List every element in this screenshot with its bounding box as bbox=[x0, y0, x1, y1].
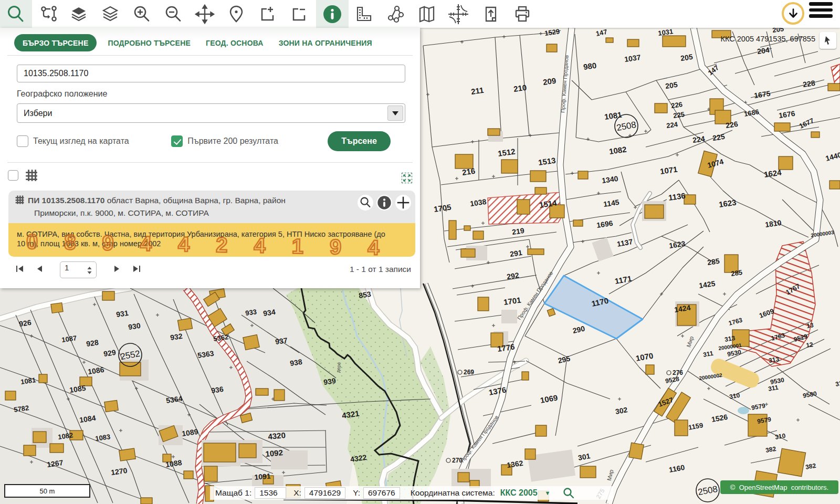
svg-text:931: 931 bbox=[116, 309, 129, 319]
svg-text:224: 224 bbox=[692, 134, 706, 144]
svg-text:269: 269 bbox=[464, 369, 474, 376]
svg-text:928: 928 bbox=[86, 338, 99, 348]
svg-text:939: 939 bbox=[323, 376, 337, 386]
svg-text:204: 204 bbox=[757, 46, 770, 56]
svg-text:926: 926 bbox=[18, 318, 32, 328]
svg-text:980: 980 bbox=[583, 61, 597, 71]
svg-text:932: 932 bbox=[170, 332, 183, 342]
svg-text:4320: 4320 bbox=[268, 430, 286, 441]
svg-text:1092: 1092 bbox=[265, 448, 284, 458]
svg-text:936: 936 bbox=[211, 385, 224, 395]
svg-text:291: 291 bbox=[509, 248, 523, 258]
svg-text:929: 929 bbox=[103, 348, 117, 358]
svg-text:276: 276 bbox=[673, 369, 683, 376]
svg-text:1091: 1091 bbox=[254, 471, 271, 481]
svg-text:226: 226 bbox=[725, 120, 739, 130]
svg-text:938: 938 bbox=[289, 358, 303, 368]
svg-text:дере: дере bbox=[335, 362, 342, 373]
svg-text:314: 314 bbox=[835, 379, 840, 388]
svg-text:225: 225 bbox=[712, 132, 726, 142]
svg-text:224: 224 bbox=[666, 120, 678, 130]
svg-text:285: 285 bbox=[707, 257, 720, 267]
svg-text:933: 933 bbox=[245, 308, 257, 317]
svg-text:226: 226 bbox=[670, 100, 683, 110]
svg-text:225: 225 bbox=[673, 110, 685, 120]
svg-text:205: 205 bbox=[680, 52, 694, 62]
svg-text:937: 937 bbox=[275, 336, 288, 346]
svg-text:853: 853 bbox=[358, 290, 372, 300]
svg-text:285: 285 bbox=[730, 268, 743, 278]
svg-text:205: 205 bbox=[665, 80, 678, 90]
svg-text:930: 930 bbox=[128, 321, 141, 331]
svg-text:934: 934 bbox=[262, 308, 276, 318]
svg-text:13: 13 bbox=[806, 321, 814, 330]
svg-text:228: 228 bbox=[802, 79, 816, 89]
svg-text:210: 210 bbox=[513, 83, 527, 93]
svg-text:209: 209 bbox=[542, 76, 556, 87]
svg-text:12: 12 bbox=[805, 341, 813, 349]
svg-text:216: 216 bbox=[461, 166, 476, 177]
svg-text:211: 211 bbox=[470, 86, 484, 96]
svg-text:292: 292 bbox=[506, 271, 520, 281]
svg-text:219: 219 bbox=[511, 226, 525, 236]
